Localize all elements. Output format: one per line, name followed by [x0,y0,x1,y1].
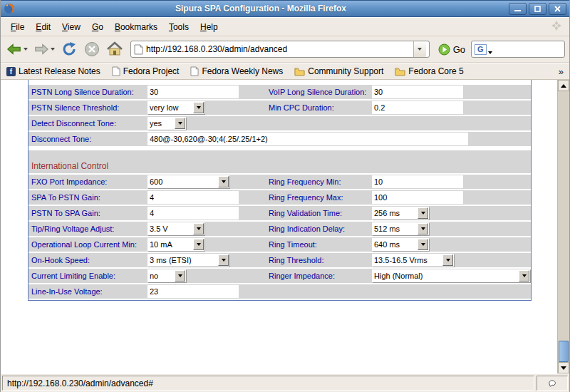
select-dropdown[interactable]: 10 mA [147,238,204,251]
back-button[interactable] [5,40,29,58]
bookmarks-overflow-chevron[interactable]: » [559,66,564,77]
select-dropdown[interactable]: 3.5 V [147,222,204,235]
bookmark-item[interactable]: Fedora Core 5 [395,66,463,76]
select-value: 10 mA [147,240,193,249]
select-value: no [147,272,175,280]
chevron-down-icon[interactable] [218,176,229,187]
vertical-scrollbar[interactable] [557,80,569,373]
scroll-up-button[interactable] [558,80,569,91]
chevron-down-icon[interactable] [442,254,453,266]
select-value: 512 ms [372,225,418,233]
google-search-icon[interactable]: G [475,44,487,55]
minimize-button[interactable] [509,3,527,15]
url-dropdown-button[interactable] [413,41,426,57]
field-label: Detect Disconnect Tone: [31,116,116,130]
search-engine-caret-icon[interactable] [488,51,492,54]
search-input[interactable] [494,44,561,54]
select-dropdown[interactable]: 256 ms [372,207,429,220]
select-dropdown[interactable]: 3 ms (ETSI) [147,254,229,267]
scrollbar-thumb[interactable] [559,341,569,362]
maximize-button[interactable] [529,3,546,15]
bookmark-item[interactable]: Community Support [294,66,383,76]
menu-help[interactable]: Help [195,19,224,35]
form-row: Disconnect Tone: [28,132,531,146]
chevron-down-icon[interactable] [175,118,185,129]
config-table: PSTN Long Silence Duration:VoIP Long Sil… [28,80,532,301]
field-label: Line-In-Use Voltage: [31,284,103,299]
field-label: SPA To PSTN Gain: [31,190,100,205]
bookmark-item[interactable]: Fedora Weekly News [190,66,283,76]
field-label: VoIP Long Silence Duration: [269,85,366,99]
field-label: Ring Timeout: [269,237,317,252]
select-value: 256 ms [372,209,418,217]
menu-bar-items: FileEditViewGoBookmarksToolsHelp [5,19,224,35]
text-input[interactable] [372,86,463,98]
chevron-down-icon[interactable] [418,223,428,234]
forward-history-caret-icon[interactable] [51,48,55,51]
home-button[interactable] [105,39,125,59]
browser-window: Sipura SPA Configuration - Mozilla Firef… [0,0,570,392]
bookmark-item[interactable]: Fedora Project [112,66,180,76]
select-dropdown[interactable]: 640 ms [372,238,429,251]
menu-file[interactable]: File [5,19,30,35]
field-label: PSTN To SPA Gain: [31,206,100,220]
field-label: PSTN Long Silence Duration: [31,85,134,99]
chevron-down-icon[interactable] [175,270,185,282]
field-label: Ring Threshold: [269,253,323,267]
text-input[interactable] [147,133,468,145]
go-button[interactable]: Go [435,42,468,57]
field-label: Ring Validation Time: [269,206,342,220]
text-input[interactable] [147,285,239,298]
form-row: PSTN Long Silence Duration:VoIP Long Sil… [28,85,531,99]
select-dropdown[interactable]: no [147,269,186,282]
stop-button[interactable] [82,39,102,59]
menu-edit[interactable]: Edit [30,19,56,35]
text-input[interactable] [147,191,239,204]
scroll-down-icon [561,366,566,370]
chevron-down-icon[interactable] [193,102,204,113]
select-dropdown[interactable]: High (Normal) [372,269,530,282]
bookmark-item[interactable]: fLatest Release Notes [6,66,100,76]
text-input[interactable] [372,101,463,114]
select-dropdown[interactable]: 13.5-16.5 Vrms [372,254,454,267]
text-input[interactable] [372,191,463,204]
back-history-caret-icon[interactable] [24,48,28,51]
field-label: Operational Loop Current Min: [31,237,137,252]
chevron-down-icon[interactable] [218,254,229,266]
select-dropdown[interactable]: 512 ms [372,222,429,235]
title-bar: Sipura SPA Configuration - Mozilla Firef… [1,0,569,17]
chevron-down-icon[interactable] [519,270,529,282]
menu-go[interactable]: Go [86,19,109,35]
select-dropdown[interactable]: yes [147,117,186,130]
bookmark-label: Fedora Weekly News [202,66,283,76]
close-button[interactable] [549,3,566,15]
chevron-down-icon[interactable] [193,239,204,250]
scroll-down-button[interactable] [558,362,569,373]
text-input[interactable] [147,207,239,220]
forward-button[interactable] [32,40,56,58]
form-row: PSTN Silence Threshold:very lowMin CPC D… [28,100,531,115]
status-bar: http://192.168.0.230/admin/advanced# [1,373,569,392]
reload-button[interactable] [59,39,79,59]
window-title: Sipura SPA Configuration - Mozilla Firef… [15,4,507,14]
select-value: yes [147,119,175,128]
menu-view[interactable]: View [56,19,86,35]
text-input[interactable] [147,86,239,98]
chevron-down-icon[interactable] [418,207,428,219]
chevron-down-icon[interactable] [418,239,428,250]
url-input[interactable] [143,44,413,54]
text-input[interactable] [372,175,463,188]
status-url-text: http://192.168.0.230/admin/advanced# [2,376,534,391]
url-bar[interactable] [130,41,430,58]
select-dropdown[interactable]: very low [147,101,204,114]
field-label: Disconnect Tone: [31,132,91,146]
menu-tools[interactable]: Tools [163,19,195,35]
chevron-down-icon[interactable] [193,223,204,234]
form-row: Current Limiting Enable:noRinger Impedan… [28,269,531,283]
menu-bookmarks[interactable]: Bookmarks [109,19,163,35]
select-value: High (Normal) [372,272,519,280]
page-icon [112,66,120,76]
form-row: Operational Loop Current Min:10 mARing T… [28,237,531,252]
select-dropdown[interactable]: 600 [147,175,229,188]
search-bar[interactable]: G [471,41,565,58]
